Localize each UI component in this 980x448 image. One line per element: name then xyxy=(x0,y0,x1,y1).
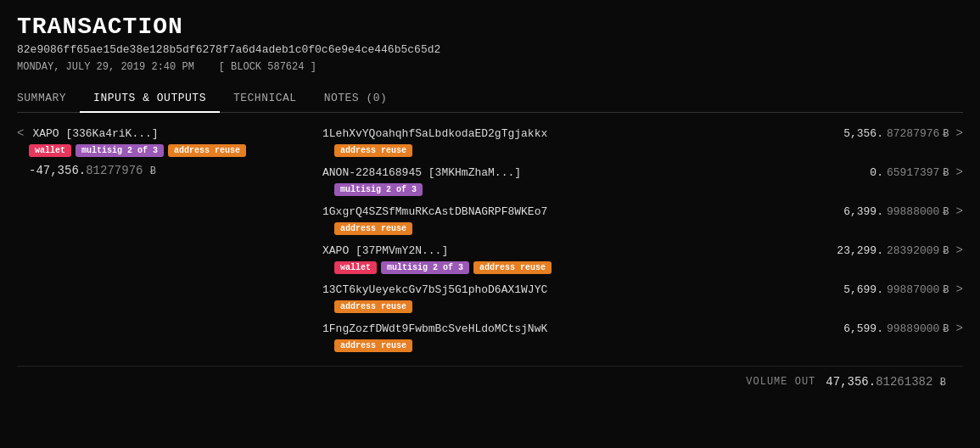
badge-multisig: multisig 2 of 3 xyxy=(76,144,164,157)
badge-wallet: wallet xyxy=(29,144,71,157)
output-b-1: Ƀ xyxy=(943,127,949,140)
output-badges-5: address reuse xyxy=(334,300,963,313)
volume-out-label: VOLUME OUT xyxy=(746,376,815,388)
output-badges-2: multisig 2 of 3 xyxy=(334,183,963,196)
badge-address-reuse-4: address reuse xyxy=(473,261,552,274)
output-amount-bold-3: 6,399. xyxy=(843,205,883,218)
volume-out-value: 47,356.81261382 Ƀ xyxy=(826,375,946,389)
output-row-6: 1FngZozfDWdt9FwbmBcSveHLdoMCtsjNwK 6,599… xyxy=(322,322,963,352)
input-arrow-icon: < xyxy=(17,126,24,140)
volume-out-row: VOLUME OUT 47,356.81261382 Ƀ xyxy=(17,366,963,389)
badge-multisig-4: multisig 2 of 3 xyxy=(381,261,469,274)
output-b-5: Ƀ xyxy=(943,283,949,296)
output-b-3: Ƀ xyxy=(943,205,949,218)
output-amount-6: 6,599.99889000 Ƀ > xyxy=(827,322,963,335)
output-amount-dim-5: 99887000 xyxy=(887,283,939,296)
output-header-4: XAPO [37PMVmY2N...] 23,299.28392009 Ƀ > xyxy=(322,244,963,257)
output-header-3: 1GxgrQ4SZSfMmuRKcAstDBNAGRPF8WKEo7 6,399… xyxy=(322,204,963,218)
tx-meta: MONDAY, JULY 29, 2019 2:40 PM [ BLOCK 58… xyxy=(17,61,963,73)
input-badges: wallet multisig 2 of 3 address reuse xyxy=(29,144,305,157)
page-title: TRANSACTION xyxy=(17,14,963,40)
output-header-1: 1LehXvYQoahqhfSaLbdkodaED2gTgjakkx 5,356… xyxy=(322,126,963,140)
tab-notes[interactable]: NOTES (0) xyxy=(311,85,401,113)
output-arrow-5: > xyxy=(956,283,963,296)
output-row-1: 1LehXvYQoahqhfSaLbdkodaED2gTgjakkx 5,356… xyxy=(322,126,963,157)
output-b-2: Ƀ xyxy=(943,166,949,179)
output-amount-dim-4: 28392009 xyxy=(887,244,939,257)
output-addr-2: ANON-2284168945 [3MKHmZhaM...] xyxy=(322,166,827,179)
tx-date: MONDAY, JULY 29, 2019 2:40 PM xyxy=(17,61,194,73)
input-amount: -47,356.81277976 Ƀ xyxy=(29,164,305,177)
output-badges-6: address reuse xyxy=(334,339,963,352)
output-amount-bold-5: 5,699. xyxy=(843,283,883,296)
output-addr-5: 13CT6kyUeyekcGv7bSj5G1phoD6AX1WJYC xyxy=(322,283,827,296)
output-header-5: 13CT6kyUeyekcGv7bSj5G1phoD6AX1WJYC 5,699… xyxy=(322,283,963,296)
output-arrow-6: > xyxy=(956,322,963,335)
output-amount-4: 23,299.28392009 Ƀ > xyxy=(827,244,963,257)
tab-summary[interactable]: SUMMARY xyxy=(17,85,80,113)
input-amount-dim: 81277976 xyxy=(86,164,143,177)
volume-out-amount-dim: 81261382 xyxy=(876,375,932,389)
input-b-symbol: Ƀ xyxy=(150,165,156,177)
output-amount-bold-4: 23,299. xyxy=(837,244,883,257)
output-row-3: 1GxgrQ4SZSfMmuRKcAstDBNAGRPF8WKEo7 6,399… xyxy=(322,204,963,235)
output-header-2: ANON-2284168945 [3MKHmZhaM...] 0.6591739… xyxy=(322,165,963,179)
output-arrow-1: > xyxy=(956,126,963,140)
output-rows: 1LehXvYQoahqhfSaLbdkodaED2gTgjakkx 5,356… xyxy=(322,126,963,361)
badge-address-reuse-3: address reuse xyxy=(334,222,412,235)
output-addr-3: 1GxgrQ4SZSfMmuRKcAstDBNAGRPF8WKEo7 xyxy=(322,205,827,218)
input-header: < XAPO [336Ka4riK...] xyxy=(17,126,305,140)
volume-out-b-symbol: Ƀ xyxy=(940,377,946,389)
io-section: < XAPO [336Ka4riK...] wallet multisig 2 … xyxy=(17,126,963,361)
output-header-6: 1FngZozfDWdt9FwbmBcSveHLdoMCtsjNwK 6,599… xyxy=(322,322,963,335)
output-badges-3: address reuse xyxy=(334,222,963,235)
badge-address-reuse: address reuse xyxy=(168,144,246,157)
output-amount-dim-3: 99888000 xyxy=(887,205,939,218)
output-amount-bold-1: 5,356. xyxy=(843,127,883,140)
outputs-column: 1LehXvYQoahqhfSaLbdkodaED2gTgjakkx 5,356… xyxy=(305,126,963,361)
output-amount-dim-1: 87287976 xyxy=(887,127,939,140)
badge-wallet-4: wallet xyxy=(334,261,377,274)
output-amount-2: 0.65917397 Ƀ > xyxy=(827,165,963,179)
badge-address-reuse-1: address reuse xyxy=(334,144,412,157)
output-badges-4: wallet multisig 2 of 3 address reuse xyxy=(334,261,963,274)
output-addr-1: 1LehXvYQoahqhfSaLbdkodaED2gTgjakkx xyxy=(322,127,827,140)
tx-hash: 82e9086ff65ae15de38e128b5df6278f7a6d4ade… xyxy=(17,43,963,56)
tabs-bar: SUMMARY INPUTS & OUTPUTS TECHNICAL NOTES… xyxy=(17,85,963,113)
input-address-name: XAPO [336Ka4riK...] xyxy=(32,127,158,140)
output-amount-bold-6: 6,599. xyxy=(843,322,883,335)
output-addr-4: XAPO [37PMVmY2N...] xyxy=(322,244,827,257)
inputs-column: < XAPO [336Ka4riK...] wallet multisig 2 … xyxy=(17,126,305,361)
block-info: [ BLOCK 587624 ] xyxy=(219,61,316,73)
page-wrapper: TRANSACTION 82e9086ff65ae15de38e128b5df6… xyxy=(0,0,980,389)
page-header: TRANSACTION 82e9086ff65ae15de38e128b5df6… xyxy=(17,14,963,73)
tab-technical[interactable]: TECHNICAL xyxy=(220,85,311,113)
output-amount-5: 5,699.99887000 Ƀ > xyxy=(827,283,963,296)
output-amount-dim-6: 99889000 xyxy=(887,322,939,335)
output-row-5: 13CT6kyUeyekcGv7bSj5G1phoD6AX1WJYC 5,699… xyxy=(322,283,963,313)
input-row: < XAPO [336Ka4riK...] wallet multisig 2 … xyxy=(17,126,305,177)
volume-out-amount-bold: 47,356. xyxy=(826,375,876,389)
output-amount-1: 5,356.87287976 Ƀ > xyxy=(827,126,963,140)
badge-multisig-2: multisig 2 of 3 xyxy=(334,183,423,196)
output-badges-1: address reuse xyxy=(334,144,963,157)
tab-inputs-outputs[interactable]: INPUTS & OUTPUTS xyxy=(80,85,220,113)
output-b-6: Ƀ xyxy=(943,322,949,335)
output-amount-3: 6,399.99888000 Ƀ > xyxy=(827,204,963,218)
output-arrow-4: > xyxy=(956,244,963,257)
badge-address-reuse-6: address reuse xyxy=(334,339,412,352)
output-arrow-2: > xyxy=(956,165,963,179)
output-amount-dim-2: 65917397 xyxy=(887,166,939,179)
output-row-4: XAPO [37PMVmY2N...] 23,299.28392009 Ƀ > … xyxy=(322,244,963,274)
badge-address-reuse-5: address reuse xyxy=(334,300,412,313)
output-amount-bold-2: 0. xyxy=(870,166,883,179)
output-b-4: Ƀ xyxy=(943,244,949,257)
output-arrow-3: > xyxy=(956,204,963,218)
output-addr-6: 1FngZozfDWdt9FwbmBcSveHLdoMCtsjNwK xyxy=(322,322,827,335)
output-row-2: ANON-2284168945 [3MKHmZhaM...] 0.6591739… xyxy=(322,165,963,196)
input-amount-bold: -47,356. xyxy=(29,164,86,177)
